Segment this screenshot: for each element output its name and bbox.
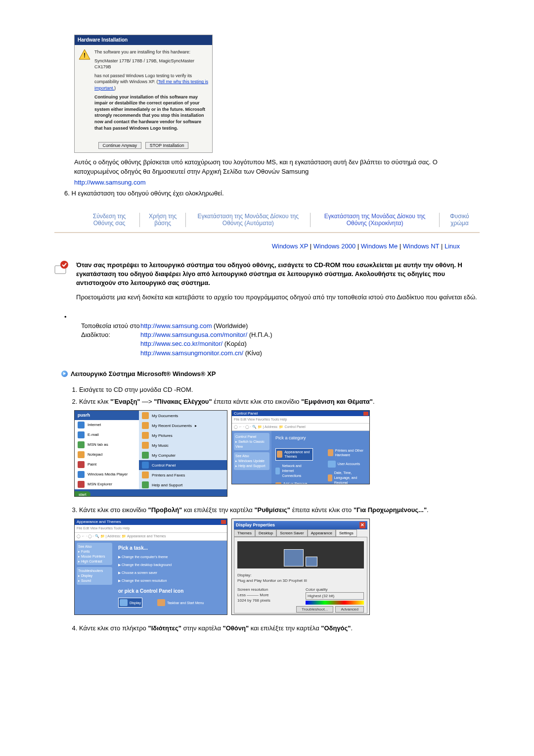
link-w2000[interactable]: Windows 2000 (313, 242, 356, 250)
dialog-title: Hardware Installation (75, 35, 212, 45)
hardware-install-dialog: Hardware Installation ! The software you… (74, 35, 213, 153)
link-linux[interactable]: Linux (445, 242, 460, 250)
step-3: Κάντε κλικ στο εικονίδιο "Προβολή" και ε… (79, 506, 480, 515)
dialog-text: The software you are installing for this… (94, 49, 208, 134)
divider (54, 232, 480, 233)
os-links: Windows XP | Windows 2000 | Windows Me |… (54, 242, 460, 251)
step-4: Κάντε κλικ στο πλήκτρο "Ιδιότητες" στην … (79, 624, 480, 633)
appearance-themes-screenshot: Appearance and Themes File Edit View Fav… (74, 519, 227, 615)
stop-installation-button[interactable]: STOP Installation (145, 142, 189, 149)
install-steps: Εισάγετε το CD στην μονάδα CD -ROM. Κάντ… (79, 385, 480, 406)
control-panel-screenshot: Control Panel File Edit View Favorites T… (231, 410, 370, 484)
website-bullet: Τοποθεσία ιστού στο Διαδίκτυο: http://ww… (64, 313, 480, 358)
step-1: Εισάγετε το CD στην μονάδα CD -ROM. (79, 385, 480, 394)
advanced-button[interactable]: Advanced (335, 606, 364, 613)
link-samsung-kr[interactable]: http://www.sec.co.kr/monitor/ (140, 340, 222, 347)
link-xp[interactable]: Windows XP (272, 242, 308, 250)
bullet-icon (61, 371, 68, 377)
dialog-explanation: Αυτός ο οδηγός οθόνης βρίσκεται υπό κατο… (74, 158, 480, 176)
tab-use-base[interactable]: Χρήση της βάσης (140, 213, 186, 227)
step-6: 6. Η εγκατάσταση του οδηγού οθόνης έχει … (64, 189, 480, 198)
display-properties-screenshot: Display Properties✕ Themes Desktop Scree… (231, 519, 370, 615)
link-samsung-cn[interactable]: http://www.samsungmonitor.com.cn/ (140, 349, 243, 357)
troubleshoot-button[interactable]: Troubleshoot... (296, 606, 333, 613)
section-tabs: Σύνδεση της Οθόνης σας Χρήση της βάσης Ε… (79, 213, 480, 227)
step-2: Κάντε κλικ "Έναρξη" —> "Πίνακας Ελέγχου"… (79, 397, 480, 406)
continue-anyway-button[interactable]: Continue Anyway (98, 142, 142, 149)
svg-point-3 (60, 261, 68, 269)
tab-install-auto[interactable]: Εγκατάσταση της Μονάδας Δίσκου της Οθόνη… (186, 213, 311, 227)
link-nt[interactable]: Windows NT (403, 242, 439, 250)
tab-install-manual[interactable]: Εγκατάσταση της Μονάδας Δίσκου της Οθόνη… (311, 213, 439, 227)
prepare-diskette-note: Προετοιμάστε μια κενή δισκέτα και κατεβά… (76, 293, 480, 302)
section-xp-title: Λειτουργικό Σύστημα Microsoft® Windows® … (71, 370, 216, 378)
link-samsung-usa[interactable]: http://www.samsungusa.com/monitor/ (140, 331, 247, 338)
insert-cd-note: Όταν σας προτρέψει το λειτουργικό σύστημ… (76, 261, 480, 288)
start-menu-screenshot: pusrh Internet E-mail MSN tab as Notepad… (74, 410, 227, 497)
check-icon (54, 261, 69, 275)
link-me[interactable]: Windows Me (361, 242, 398, 250)
svg-text:!: ! (84, 52, 86, 59)
samsung-link[interactable]: http://www.samsung.com (74, 179, 146, 186)
link-samsung-ww[interactable]: http://www.samsung.com (140, 322, 212, 330)
warning-icon: ! (79, 49, 90, 60)
tab-natural-color[interactable]: Φυσικό χρώμα (440, 213, 480, 227)
tab-connect-monitor[interactable]: Σύνδεση της Οθόνης σας (79, 213, 140, 227)
